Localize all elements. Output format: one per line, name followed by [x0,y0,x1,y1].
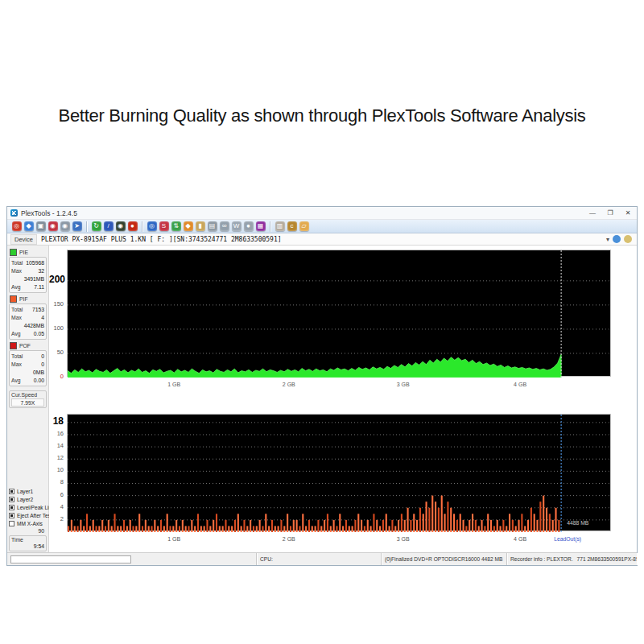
burn-icon[interactable]: ◎ [12,221,22,231]
pif-bar [534,514,535,532]
y-tick-label: 6 [49,491,64,499]
pif-bar [280,520,282,532]
maximize-button[interactable]: ❐ [601,207,619,219]
eject-icon[interactable] [624,235,632,243]
grid-icon[interactable]: ▦ [256,221,266,231]
folder-icon[interactable]: ▱ [299,221,309,231]
updown-icon[interactable]: ⇅ [171,221,181,231]
pif-bar [204,526,205,532]
stat-group-header-pie: PIE [9,248,47,257]
pif-bar [89,526,91,532]
pif-bar [518,520,519,532]
lock-icon[interactable]: ▮ [196,221,205,231]
x-tick-label: 1 GB [160,536,188,542]
stat-value: 7153 [32,306,44,314]
x-tick-label: 2 GB [275,382,303,387]
y-tick-label: 50 [49,349,64,357]
pif-bar [493,526,495,532]
stat-value: 0.05 [34,330,44,338]
stat-row: Total105968 [11,259,44,267]
disc-red-icon[interactable]: ◉ [48,221,58,231]
stat-group-header-pof: POF [9,341,47,350]
charts-panel: 0501001502001 GB2 GB3 GB4 GB4488 MBLeadO… [49,246,637,554]
status-bar: CPU: (0)Finalized DVD+R OPTODISCR16000 4… [7,552,637,565]
pif-bar [460,514,461,532]
stat-key: Avg [11,283,21,291]
pif-bar [299,526,300,532]
pif-bar [296,520,298,532]
pif-bar [543,496,544,532]
stat-key: Max [11,314,22,322]
info-icon[interactable] [613,235,621,243]
link-icon[interactable]: ∞ [220,221,229,231]
checkbox-layer2[interactable]: Layer2 [9,495,47,503]
printer-icon[interactable]: ▤ [208,221,217,231]
pif-bar [426,502,427,532]
rings-icon[interactable]: ◎ [147,221,157,231]
stat-row: Total7153 [11,306,44,314]
pif-bar [293,520,295,532]
pif-bar [278,526,279,532]
pif-bar [213,520,214,532]
disc-gray-icon[interactable]: ◉ [60,221,70,231]
video-icon[interactable]: ◉ [116,221,126,231]
stat-key: Total [11,306,23,314]
close-button[interactable]: ✕ [619,207,637,219]
camera-icon[interactable]: ▣ [36,221,46,231]
pof-color-swatch [10,342,17,349]
device-dropdown-icon[interactable]: ▾ [606,236,609,243]
checkbox-mm-x-axis[interactable]: MM X-Axis [9,519,47,527]
pif-bar [290,526,291,532]
pif-bar [68,526,69,532]
pif-bar [339,514,341,532]
pif-bar [142,526,143,532]
stats-sidebar: PIETotal105968Max323491MBAvg7.11PIFTotal… [7,246,49,554]
stop-icon[interactable]: ● [128,221,138,231]
speed-icon[interactable]: S [159,221,169,231]
wave-icon[interactable]: W [232,221,242,231]
pif-bar [484,526,485,532]
stat-key: Max [11,267,22,275]
page: Better Burning Quality as shown through … [0,0,644,644]
pif-bar [386,514,387,532]
pif-bar [191,520,192,532]
checkbox-box[interactable] [9,497,14,502]
pif-bar [167,514,168,532]
checkbox-layer1[interactable]: Layer1 [9,487,47,495]
torch-icon[interactable]: / [104,221,114,231]
bell-icon[interactable]: ◆ [184,221,193,231]
pif-bar [163,526,165,532]
stat-value: 0.00 [34,377,44,385]
send-icon[interactable]: ➤ [72,221,82,231]
copy-icon[interactable]: c [287,221,297,231]
app-icon [10,209,18,217]
toolbar: ◎◆▣◉◉➤↻/◉●◎S⇅◆▮▤∞W●▦▥c▱ [7,220,637,233]
checkbox-box[interactable] [9,513,14,518]
stat-group-pof: Total0Max00MBAvg0.00 [9,350,47,386]
pif-bar [361,520,362,532]
y-tick-label: 16 [49,430,64,438]
stat-key: Avg [11,377,21,385]
pif-bar [376,520,378,532]
checkbox-box[interactable] [9,489,14,494]
disc-info: (0)Finalized DVD+R OPTODISCR16000 4482 M… [385,556,502,562]
ball-icon[interactable]: ● [244,221,254,231]
compare-icon[interactable]: ◆ [24,221,34,231]
pof-label: POF [19,343,31,349]
minimize-button[interactable]: — [584,207,601,219]
checkbox-level-peak-line[interactable]: Level/Peak Line [9,503,47,511]
y-tick-label: 18 [49,416,64,427]
pif-bar [216,514,217,532]
x-tick-label: 3 GB [390,382,417,387]
x-tick-label: 3 GB [390,536,417,542]
status-progress-segment [7,553,257,565]
pif-bar [342,526,344,532]
pif-bar [546,508,547,532]
checkbox-eject-after-testing[interactable]: Eject After Testing [9,511,47,519]
clipboard-icon[interactable]: ▥ [275,221,285,231]
checkbox-box[interactable] [9,505,14,510]
pif-bar [475,520,477,532]
refresh-icon[interactable]: ↻ [92,221,101,231]
checkbox-box[interactable] [9,521,14,526]
stat-row: 3491MB [11,275,44,283]
